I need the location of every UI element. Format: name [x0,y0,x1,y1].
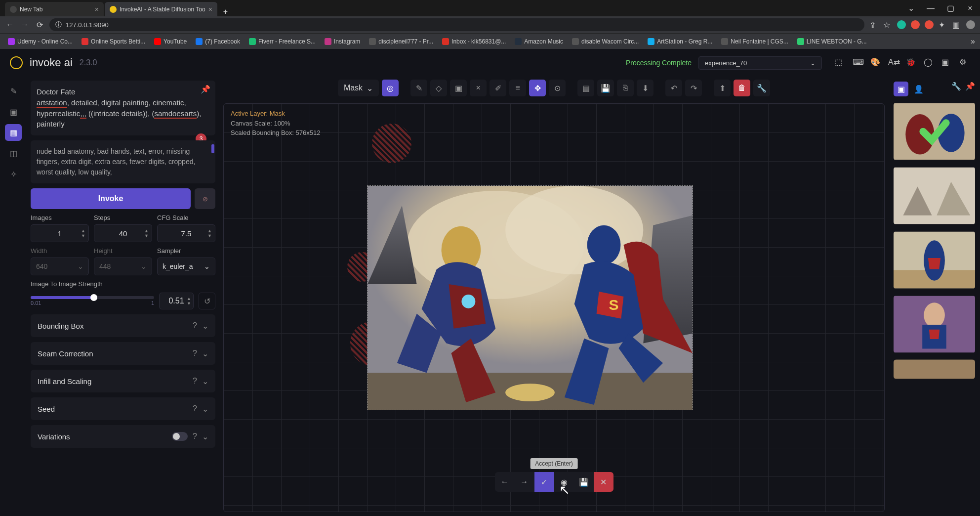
sidepanel-icon[interactable]: ▥ [952,20,961,29]
thumbnail[interactable] [894,102,975,161]
copy-icon[interactable]: ⎘ [617,80,634,96]
brush-icon[interactable]: ✎ [410,80,427,96]
mask-options-icon[interactable]: ◎ [382,80,399,96]
model-select[interactable]: experience_70⌄ [698,56,822,70]
maximize-icon[interactable]: ▢ [940,0,960,16]
eraser-icon[interactable]: ◇ [430,80,447,96]
rail-canvas[interactable]: ▦ [5,124,22,141]
prev-icon[interactable]: ← [495,472,515,492]
prompt-input[interactable]: 📌 Doctor Fate artstation, detailed, digi… [31,81,215,135]
images-input[interactable]: 1▲▼ [31,224,89,242]
accordion-seam[interactable]: Seam Correction?⌄ [31,342,215,365]
settings-icon[interactable]: 🔧 [951,82,961,96]
rail-postprocess[interactable]: ✧ [5,166,22,182]
avatar-icon[interactable] [966,20,975,29]
undo-icon[interactable]: ↶ [665,80,682,96]
discord-icon[interactable]: ▣ [941,57,952,68]
extensions-icon[interactable]: ✦ [939,20,947,29]
bookmark[interactable]: Inbox - klk56831@... [439,37,509,46]
pin-icon[interactable]: 📌 [965,82,975,96]
fill-icon[interactable]: ▣ [450,80,467,96]
thumbnail[interactable] [894,231,975,289]
layers-icon[interactable]: ▤ [577,80,594,96]
ext-icon[interactable] [897,20,906,29]
layer-select[interactable]: Mask⌄ [338,80,379,96]
next-icon[interactable]: → [515,472,534,492]
upload-icon[interactable]: ⬆ [714,80,731,96]
save-icon[interactable]: 💾 [574,472,594,492]
color-icon[interactable]: ✐ [490,80,506,96]
ext-icon[interactable] [911,20,920,29]
keyboard-icon[interactable]: ⌨ [853,57,863,68]
move-icon[interactable]: ✥ [529,80,546,96]
chevron-down-icon[interactable]: ⌄ [901,0,921,16]
rail-img2img[interactable]: ▣ [5,103,22,120]
save-icon[interactable]: 💾 [597,80,614,96]
width-select[interactable]: 640⌄ [31,258,89,275]
reset-view-icon[interactable]: ⊙ [549,80,566,96]
height-select[interactable]: 448⌄ [94,258,152,275]
browser-tab[interactable]: New Tab × [5,2,104,16]
bookmark[interactable]: Amazon Music [512,37,566,46]
clear-icon[interactable]: × [470,80,487,96]
chevron-right-icon[interactable]: » [971,37,975,46]
github-icon[interactable]: ◯ [924,57,935,68]
cancel-button[interactable]: ⊘ [195,188,215,209]
trash-icon[interactable]: 🗑 [734,80,750,96]
bookmark[interactable]: Neil Fontaine | CGS... [718,37,791,46]
bookmark[interactable]: (7) Facebook [193,37,243,46]
lines-icon[interactable]: ≡ [509,80,526,96]
url-input[interactable]: ⓘ 127.0.0.1:9090 [49,18,864,31]
palette-icon[interactable]: 🎨 [870,57,881,68]
accordion-seed[interactable]: Seed?⌄ [31,397,215,420]
sampler-select[interactable]: k_euler_a⌄ [157,258,215,275]
thumbnail[interactable] [894,359,975,379]
bookmark[interactable]: discipleneil777 - Pr... [366,37,436,46]
gallery-tab-user[interactable]: 👤 [911,82,926,96]
cfg-input[interactable]: 7.5▲▼ [157,224,215,242]
bookmark[interactable]: ArtStation - Greg R... [645,37,715,46]
new-tab-button[interactable]: + [218,7,233,16]
variations-toggle[interactable] [172,432,188,441]
close-icon[interactable]: × [208,5,212,13]
strength-input[interactable]: 0.51▲▼ [159,293,194,309]
thumbnail[interactable] [894,295,975,353]
bookmark[interactable]: Instagram [322,37,363,46]
gear-icon[interactable]: ⚙ [959,57,970,68]
steps-input[interactable]: 40▲▼ [94,224,152,242]
redo-icon[interactable]: ↷ [685,80,702,96]
minimize-icon[interactable]: — [921,0,940,16]
bookmark[interactable]: disable Wacom Circ... [569,37,642,46]
discard-button[interactable]: ✕ [594,472,613,492]
bookmark[interactable]: Online Sports Betti... [79,37,148,46]
pin-icon[interactable]: 📌 [201,85,210,94]
canvas-viewport[interactable]: Active Layer: Mask Canvas Scale: 100% Sc… [223,103,885,512]
rail-txt2img[interactable]: ✎ [5,83,22,99]
back-icon[interactable]: ← [5,20,15,30]
settings-icon[interactable]: 🔧 [753,80,770,96]
forward-icon[interactable]: → [20,20,30,30]
accordion-infill[interactable]: Infill and Scaling?⌄ [31,370,215,392]
invoke-button[interactable]: Invoke [31,188,191,209]
reload-icon[interactable]: ⟳ [35,20,44,30]
bookmark[interactable]: Udemy - Online Co... [5,37,76,46]
reset-icon[interactable]: ↺ [199,293,215,309]
browser-tab-active[interactable]: InvokeAI - A Stable Diffusion Too × [105,2,217,16]
accordion-variations[interactable]: Variations?⌄ [31,425,215,448]
bookmark[interactable]: LINE WEBTOON - G... [794,37,870,46]
bug-icon[interactable]: 🐞 [906,57,917,68]
accordion-bbox[interactable]: Bounding Box?⌄ [31,314,215,337]
cube-icon[interactable]: ⬚ [835,57,846,68]
download-icon[interactable]: ⬇ [637,80,653,96]
ext-icon[interactable] [925,20,934,29]
bookmark[interactable]: Fiverr - Freelance S... [246,37,319,46]
star-icon[interactable]: ☆ [883,20,892,29]
gallery-tab-images[interactable]: ▣ [894,82,908,96]
thumbnail[interactable] [894,167,975,225]
negative-prompt-input[interactable]: nude bad anatomy, bad hands, text, error… [31,140,215,183]
strength-slider[interactable] [31,296,154,299]
language-icon[interactable]: A⇄ [888,57,899,68]
accept-button[interactable]: ✓ [534,472,554,492]
bookmark[interactable]: YouTube [151,37,190,46]
close-icon[interactable]: × [95,5,99,13]
